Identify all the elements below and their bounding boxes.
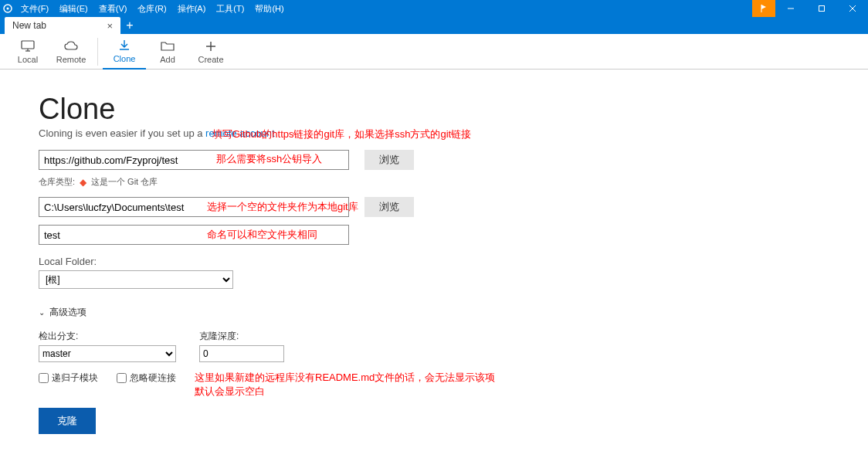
svg-rect-4 xyxy=(819,6,825,12)
menu-view[interactable]: 查看(V) xyxy=(93,3,133,15)
menu-tools[interactable]: 工具(T) xyxy=(211,3,249,15)
annotation-name: 命名可以和空文件夹相同 xyxy=(207,228,317,242)
browse-source-button[interactable]: 浏览 xyxy=(364,150,414,170)
checkout-branch-select[interactable]: master xyxy=(39,345,176,362)
clone-depth-input[interactable] xyxy=(199,345,284,362)
title-bar: 文件(F) 编辑(E) 查看(V) 仓库(R) 操作(A) 工具(T) 帮助(H… xyxy=(0,0,868,17)
svg-point-1 xyxy=(7,8,9,10)
clone-submit-button[interactable]: 克隆 xyxy=(39,408,96,434)
plus-icon xyxy=(205,39,216,53)
toolbar-remote[interactable]: Remote xyxy=(49,34,93,70)
advanced-options: 检出分支: master 克隆深度: xyxy=(39,330,868,362)
local-folder-select[interactable]: [根] xyxy=(39,270,233,289)
svg-rect-7 xyxy=(22,41,34,49)
add-tab-button[interactable]: + xyxy=(120,17,139,34)
local-folder-label: Local Folder: xyxy=(39,256,868,267)
close-button[interactable] xyxy=(837,0,868,17)
toolbar-create[interactable]: Create xyxy=(189,34,232,70)
advanced-toggle[interactable]: ⌄ 高级选项 xyxy=(39,306,868,319)
monitor-icon xyxy=(21,39,35,53)
recurse-submodules-checkbox[interactable]: 递归子模块 xyxy=(39,371,98,385)
toolbar-add[interactable]: Add xyxy=(146,34,189,70)
menu-help[interactable]: 帮助(H) xyxy=(249,3,289,15)
tab-title: New tab xyxy=(12,20,46,31)
checkbox-row: 递归子模块 忽略硬连接 这里如果新建的远程库没有README.md文件的话，会无… xyxy=(39,371,868,385)
menu-file[interactable]: 文件(F) xyxy=(15,3,54,15)
maximize-button[interactable] xyxy=(806,0,837,17)
tab-close-icon[interactable]: × xyxy=(107,20,113,32)
tab-bar: New tab × + xyxy=(0,17,868,34)
notification-flag-icon[interactable] xyxy=(752,0,775,17)
toolbar-clone[interactable]: Clone xyxy=(103,34,146,70)
download-icon xyxy=(118,39,131,53)
no-hardlinks-checkbox[interactable]: 忽略硬连接 xyxy=(117,371,176,385)
annotation-branch-1: 这里如果新建的远程库没有README.md文件的话，会无法显示该项 xyxy=(195,371,495,385)
clone-form: Clone Cloning is even easier if you set … xyxy=(0,70,868,434)
clone-depth-label: 克隆深度: xyxy=(199,330,284,343)
tab-new[interactable]: New tab × xyxy=(5,17,120,34)
minimize-button[interactable] xyxy=(775,0,806,17)
app-logo-icon xyxy=(0,4,15,13)
repo-type-row: 仓库类型: ◆ 这是一个 Git 仓库 xyxy=(39,176,868,188)
folder-icon xyxy=(161,39,175,53)
cloud-icon xyxy=(63,39,79,53)
chevron-down-icon: ⌄ xyxy=(39,308,45,317)
menu-repo[interactable]: 仓库(R) xyxy=(132,3,171,15)
toolbar: Local Remote Clone Add Create xyxy=(0,34,868,70)
annotation-source-2: 那么需要将ssh公钥导入 xyxy=(216,152,322,166)
browse-dest-button[interactable]: 浏览 xyxy=(364,197,414,217)
checkout-branch-label: 检出分支: xyxy=(39,330,176,343)
toolbar-local[interactable]: Local xyxy=(6,34,49,70)
menu-action[interactable]: 操作(A) xyxy=(172,3,212,15)
menu-edit[interactable]: 编辑(E) xyxy=(54,3,93,15)
git-diamond-icon: ◆ xyxy=(80,177,86,188)
window-controls xyxy=(752,0,868,17)
toolbar-separator xyxy=(97,38,98,66)
main-menu: 文件(F) 编辑(E) 查看(V) 仓库(R) 操作(A) 工具(T) 帮助(H… xyxy=(15,3,290,15)
annotation-branch-2: 默认会显示空白 xyxy=(195,385,265,399)
annotation-dest: 选择一个空的文件夹作为本地git库 xyxy=(207,200,358,214)
annotation-source-1: 填写Github的https链接的git库，如果选择ssh方式的git链接 xyxy=(212,127,471,141)
page-title: Clone xyxy=(39,93,868,126)
